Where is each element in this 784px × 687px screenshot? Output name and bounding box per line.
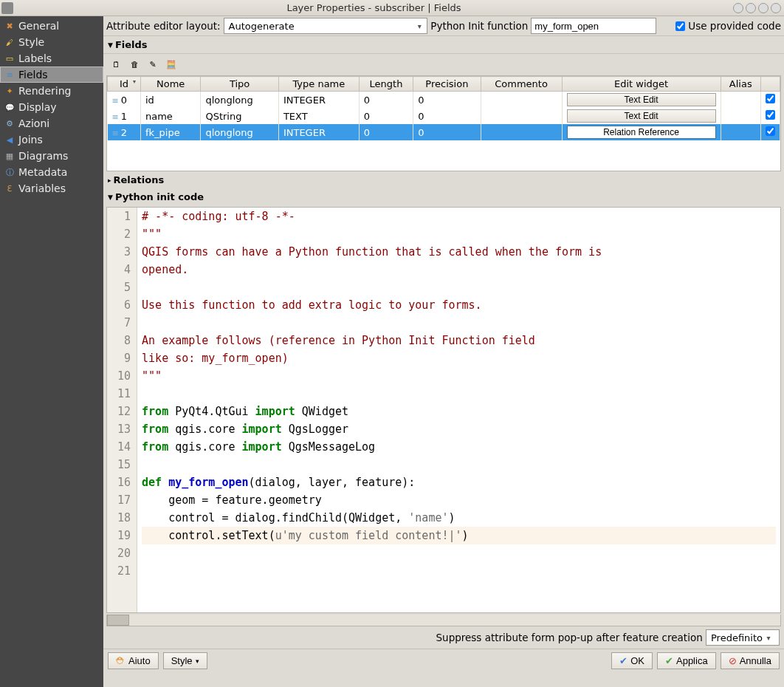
row-icon	[112, 127, 121, 138]
fields-section-header[interactable]: ▼ Fields	[103, 36, 784, 54]
maximize-window-button[interactable]	[758, 3, 768, 13]
new-field-button[interactable]: 🗒	[108, 56, 124, 72]
column-header[interactable]: Edit widget	[562, 77, 721, 92]
rendering-icon	[4, 86, 15, 96]
display-icon	[4, 102, 15, 112]
sidebar-item-label: Style	[18, 36, 44, 48]
apply-button-label: Applica	[676, 655, 708, 666]
bottom-button-bar: Aiuto Style ▾ OK Applica Annulla	[103, 649, 784, 672]
style-button[interactable]: Style ▾	[163, 652, 207, 669]
help-window-button[interactable]	[733, 3, 743, 13]
sidebar-item-style[interactable]: Style	[0, 34, 103, 50]
edit-widget-button[interactable]: Text Edit	[567, 109, 716, 123]
labels-icon	[4, 53, 15, 64]
field-checkbox[interactable]	[766, 94, 775, 103]
fields-toolbar: 🗒 🗑 ✎ 🧮	[103, 54, 784, 75]
use-provided-code-label: Use provided code	[688, 20, 781, 32]
field-calculator-button[interactable]: 🧮	[163, 56, 179, 72]
attr-editor-layout-label: Attribute editor layout:	[106, 20, 221, 32]
minimize-window-button[interactable]	[746, 3, 756, 13]
sidebar-item-label: General	[18, 20, 59, 32]
attr-editor-layout-combo[interactable]: Autogenerate ▾	[224, 18, 428, 34]
sidebar-item-label: Rendering	[18, 85, 72, 97]
chevron-right-icon: ▸	[108, 177, 111, 184]
fields-sel-icon	[4, 69, 15, 80]
sidebar-item-labels[interactable]: Labels	[0, 50, 103, 66]
sidebar-item-joins[interactable]: Joins	[0, 131, 103, 148]
sidebar-item-azioni[interactable]: Azioni	[0, 115, 103, 131]
python-init-code-header[interactable]: ▼ Python init code	[103, 188, 784, 205]
attr-editor-layout-value: Autogenerate	[229, 21, 295, 32]
chevron-down-icon: ▾	[763, 634, 774, 642]
cancel-button[interactable]: Annulla	[721, 652, 780, 669]
check-icon	[665, 655, 673, 666]
edit-widget-button[interactable]: Text Edit	[567, 93, 716, 106]
column-header[interactable]: Commento	[481, 77, 562, 92]
sidebar-item-label: Azioni	[18, 117, 49, 129]
column-header[interactable]: Precision	[413, 77, 481, 92]
cancel-button-label: Annulla	[740, 655, 771, 666]
sidebar-item-display[interactable]: Display	[0, 99, 103, 115]
sidebar-item-diagrams[interactable]: Diagrams	[0, 148, 103, 164]
column-header[interactable]: Length	[359, 77, 413, 92]
ok-button-label: OK	[630, 655, 644, 666]
suppress-value: Predefinito	[711, 632, 763, 643]
sidebar-item-label: Diagrams	[18, 150, 68, 162]
column-header[interactable]: Id▾	[108, 77, 141, 92]
sidebar-item-label: Fields	[18, 69, 48, 81]
row-icon	[112, 111, 121, 122]
general-icon	[4, 21, 15, 31]
titlebar: Layer Properties - subscriber | Fields	[0, 0, 784, 16]
delete-field-button[interactable]: 🗑	[126, 56, 142, 72]
sidebar-item-fields[interactable]: Fields	[0, 66, 103, 83]
sidebar-item-general[interactable]: General	[0, 18, 103, 34]
sidebar-item-metadata[interactable]: Metadata	[0, 164, 103, 180]
horizontal-scrollbar[interactable]	[106, 615, 781, 626]
style-button-label: Style	[171, 655, 193, 666]
help-button[interactable]: Aiuto	[108, 652, 159, 669]
joins-icon	[4, 134, 15, 145]
sidebar-item-label: Display	[18, 101, 57, 113]
fields-table[interactable]: Id▾NomeTipoType nameLengthPrecisionComme…	[106, 75, 781, 171]
chevron-down-icon: ▾	[413, 22, 425, 30]
diagrams-icon	[4, 151, 15, 161]
help-button-label: Aiuto	[128, 655, 151, 666]
sidebar-item-label: Metadata	[18, 166, 67, 178]
field-checkbox[interactable]	[766, 110, 775, 120]
ok-button[interactable]: OK	[611, 652, 653, 669]
column-header[interactable]: Tipo	[201, 77, 279, 92]
python-init-label: Python Init function	[430, 20, 528, 32]
close-window-button[interactable]	[771, 3, 781, 13]
apply-button[interactable]: Applica	[657, 652, 716, 669]
code-gutter: 123456789101112131415161718192021	[107, 208, 137, 612]
window-title: Layer Properties - subscriber | Fields	[15, 2, 733, 13]
metadata-icon	[4, 167, 15, 177]
sidebar-item-variables[interactable]: Variables	[0, 180, 103, 196]
code-editor[interactable]: 123456789101112131415161718192021 # -*- …	[106, 207, 781, 613]
edit-widget-button[interactable]: Relation Reference	[567, 126, 716, 139]
column-header[interactable]: Nome	[140, 77, 200, 92]
sidebar-item-label: Joins	[18, 134, 43, 146]
edit-field-button[interactable]: ✎	[145, 56, 161, 72]
sidebar-item-label: Variables	[18, 182, 66, 194]
sidebar: GeneralStyleLabelsFieldsRenderingDisplay…	[0, 16, 103, 687]
column-header[interactable]: Alias	[721, 77, 760, 92]
field-checkbox[interactable]	[766, 126, 775, 136]
relations-section-header[interactable]: ▸ Relations	[103, 171, 784, 188]
table-row[interactable]: 1nameQStringTEXT00Text Edit	[108, 108, 780, 124]
suppress-combo[interactable]: Predefinito ▾	[706, 629, 780, 646]
sidebar-item-rendering[interactable]: Rendering	[0, 83, 103, 99]
python-init-code-title: Python init code	[115, 191, 204, 202]
code-content[interactable]: # -*- coding: utf-8 -*-"""QGIS forms can…	[137, 208, 780, 612]
use-provided-code-checkbox[interactable]	[675, 21, 685, 31]
table-row[interactable]: 2fk_pipeqlonglongINTEGER00Relation Refer…	[108, 124, 780, 140]
fields-section-title: Fields	[115, 39, 148, 50]
python-init-input[interactable]	[531, 18, 656, 34]
chevron-down-icon: ▾	[196, 657, 199, 665]
column-header[interactable]	[761, 77, 780, 92]
app-icon	[1, 2, 13, 14]
column-header[interactable]: Type name	[278, 77, 359, 92]
suppress-row: Suppress attribute form pop-up after fea…	[103, 626, 784, 649]
table-row[interactable]: 0idqlonglongINTEGER00Text Edit	[108, 92, 780, 109]
azioni-icon	[4, 118, 15, 129]
